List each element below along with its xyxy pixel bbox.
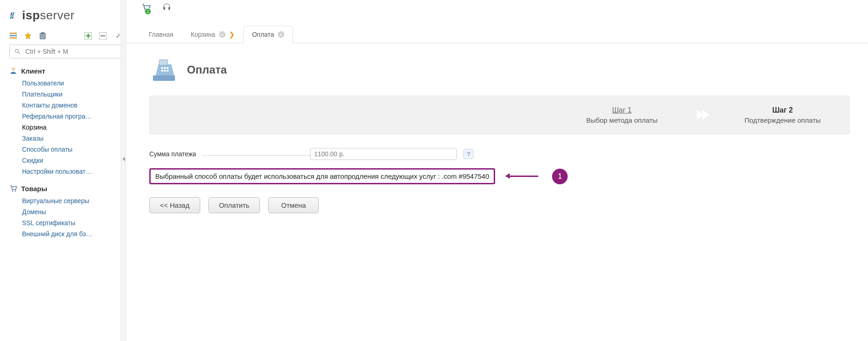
sidebar-item[interactable]: Контакты доменов [22, 100, 114, 111]
minus-icon[interactable] [99, 32, 107, 40]
steps-bar: Шаг 1 Выбор метода оплаты Шаг 2 Подтверж… [149, 96, 850, 134]
clipboard-icon[interactable] [39, 32, 47, 40]
sidebar-item[interactable]: Заказы [22, 133, 114, 144]
sidebar-item[interactable]: Домены [22, 206, 114, 217]
search-input-wrap[interactable] [9, 45, 122, 58]
step-1[interactable]: Шаг 1 Выбор метода оплаты [555, 96, 688, 134]
sidebar-item[interactable]: Скидки [22, 155, 114, 166]
headset-icon[interactable] [161, 3, 172, 13]
svg-rect-3 [12, 17, 14, 18]
svg-rect-13 [101, 35, 105, 36]
tab-label: Оплата [252, 31, 274, 38]
svg-rect-4 [10, 33, 17, 34]
search-icon [13, 47, 22, 56]
autorenew-notice: Выбранный способ оплаты будет использова… [149, 168, 495, 184]
list-icon[interactable] [9, 32, 17, 40]
sidebar-group-products[interactable]: Товары [9, 184, 122, 193]
sidebar-group-label: Товары [21, 185, 47, 193]
sidebar-item[interactable]: Виртуальные серверы [22, 195, 114, 206]
plus-icon[interactable] [84, 32, 92, 40]
tab-home[interactable]: Главная [140, 26, 182, 43]
svg-rect-2 [10, 16, 12, 18]
svg-rect-22 [159, 60, 168, 65]
svg-rect-8 [41, 32, 44, 34]
sidebar-item[interactable]: SSL сертификаты [22, 217, 114, 228]
sidebar-group-label: Клиент [21, 67, 45, 75]
sidebar-item-cart[interactable]: Корзина [22, 122, 114, 133]
pay-button[interactable]: Оплатить [209, 197, 260, 213]
tab-label: Корзина [191, 31, 215, 38]
svg-rect-24 [164, 67, 166, 69]
svg-line-15 [18, 52, 20, 54]
svg-rect-21 [153, 75, 175, 81]
arrow-right-icon [688, 96, 716, 134]
top-cart-button[interactable]: 1 [140, 3, 152, 13]
annotation-arrow [509, 176, 538, 177]
sidebar-links-products: Виртуальные серверы Домены SSL сертифика… [9, 195, 122, 243]
main: 1 Главная Корзина ✕ ❯ Оплата ✕ [126, 0, 868, 341]
sidebar-item[interactable]: Плательщики [22, 89, 114, 100]
svg-rect-26 [161, 70, 163, 72]
step-subtitle: Выбор метода оплаты [586, 116, 657, 124]
tab-payment[interactable]: Оплата ✕ [243, 26, 293, 43]
sidebar-links-client: Пользователи Плательщики Контакты домено… [9, 78, 122, 181]
amount-input[interactable] [310, 148, 457, 160]
search-input[interactable] [25, 48, 118, 55]
sidebar-item[interactable]: Внешний диск для бэ… [22, 228, 114, 239]
star-icon[interactable] [24, 32, 32, 40]
sidebar-group-client[interactable]: Клиент [9, 67, 122, 75]
cart-icon [9, 184, 17, 193]
svg-rect-5 [10, 35, 17, 36]
sidebar-item[interactable]: Настройки пользоват… [22, 166, 114, 177]
sidebar-item[interactable]: Реферальная програ… [22, 111, 114, 122]
close-icon[interactable]: ✕ [219, 31, 225, 38]
step-title: Шаг 2 [772, 106, 793, 114]
svg-point-16 [12, 68, 15, 70]
svg-rect-25 [167, 67, 169, 69]
sidebar-toolbar [9, 32, 122, 40]
svg-point-17 [12, 190, 13, 192]
cash-register-icon [149, 57, 179, 83]
svg-rect-28 [167, 70, 169, 72]
amount-row: Сумма платежа ? [149, 148, 850, 160]
close-icon[interactable]: ✕ [278, 31, 284, 38]
sidebar-item[interactable]: Способы оплаты [22, 144, 114, 155]
cancel-button[interactable]: Отмена [268, 197, 319, 213]
back-button[interactable]: << Назад [149, 197, 200, 213]
tab-cart[interactable]: Корзина ✕ ❯ [182, 26, 243, 43]
page-title-row: Оплата [149, 57, 850, 83]
tab-label: Главная [149, 31, 173, 38]
logo: ispserver [9, 8, 122, 23]
notice-row: Выбранный способ оплаты будет использова… [149, 168, 850, 184]
sidebar-collapse-handle[interactable] [121, 0, 126, 341]
logo-text: ispserver [22, 8, 74, 23]
chevron-right-icon: ❯ [229, 31, 235, 38]
top-icon-bar: 1 [140, 3, 172, 13]
step-subtitle: Подтверждение оплаты [744, 116, 821, 124]
logo-icon [9, 11, 17, 20]
svg-rect-0 [10, 12, 12, 16]
cart-badge: 1 [145, 8, 151, 15]
sidebar: ispserver [0, 0, 126, 341]
step-title: Шаг 1 [612, 106, 632, 114]
svg-rect-27 [164, 70, 166, 72]
help-button[interactable]: ? [463, 149, 473, 159]
content: Оплата Шаг 1 Выбор метода оплаты Шаг 2 П… [126, 43, 868, 213]
svg-point-18 [15, 190, 16, 192]
user-icon [9, 67, 17, 75]
annotation-badge: 1 [552, 169, 568, 184]
button-row: << Назад Оплатить Отмена [149, 197, 850, 213]
step-2: Шаг 2 Подтверждение оплаты [716, 96, 849, 134]
amount-label: Сумма платежа [149, 150, 310, 158]
svg-rect-11 [86, 35, 90, 36]
svg-rect-23 [161, 67, 163, 69]
tab-row: Главная Корзина ✕ ❯ Оплата ✕ [126, 0, 868, 43]
svg-rect-6 [10, 37, 17, 39]
sidebar-item[interactable]: Пользователи [22, 78, 114, 89]
svg-point-14 [15, 49, 18, 52]
page-title: Оплата [187, 63, 227, 76]
